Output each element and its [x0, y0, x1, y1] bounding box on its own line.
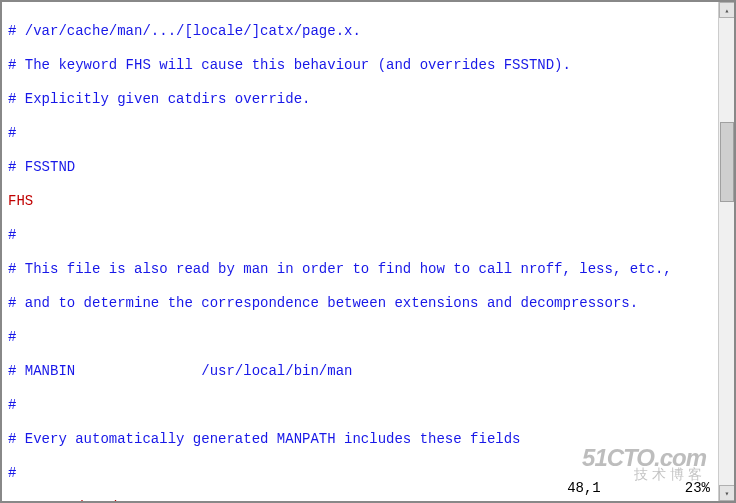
code-line: # — [8, 227, 16, 243]
scroll-thumb[interactable] — [720, 122, 734, 202]
editor-viewport[interactable]: # /var/cache/man/.../[locale/]catx/page.… — [2, 2, 718, 501]
code-line: # — [8, 329, 16, 345]
code-line: # This file is also read by man in order… — [8, 261, 672, 277]
scroll-percent: 23% — [685, 480, 710, 496]
status-line: 48,1 23% — [567, 480, 710, 497]
code-line: FHS — [8, 193, 33, 209]
scroll-down-button[interactable]: ▾ — [719, 485, 735, 501]
code-line: # Every automatically generated MANPATH … — [8, 431, 520, 447]
code-line: # and to determine the correspondence be… — [8, 295, 638, 311]
vertical-scrollbar[interactable]: ▴ ▾ — [718, 2, 734, 501]
scroll-up-button[interactable]: ▴ — [719, 2, 735, 18]
manpath-keyword: MANPATH — [8, 499, 67, 501]
manpath-value: /usr/man — [67, 499, 143, 501]
code-line: # — [8, 125, 16, 141]
cursor-position: 48,1 — [567, 480, 601, 496]
code-line: # FSSTND — [8, 159, 75, 175]
code-line: # MANBIN /usr/local/bin/man — [8, 363, 352, 379]
code-line: # The keyword FHS will cause this behavi… — [8, 57, 571, 73]
code-line: # Explicitly given catdirs override. — [8, 91, 310, 107]
code-line: # — [8, 397, 16, 413]
code-line: # — [8, 465, 16, 481]
code-line: # /var/cache/man/.../[locale/]catx/page.… — [8, 23, 361, 39]
